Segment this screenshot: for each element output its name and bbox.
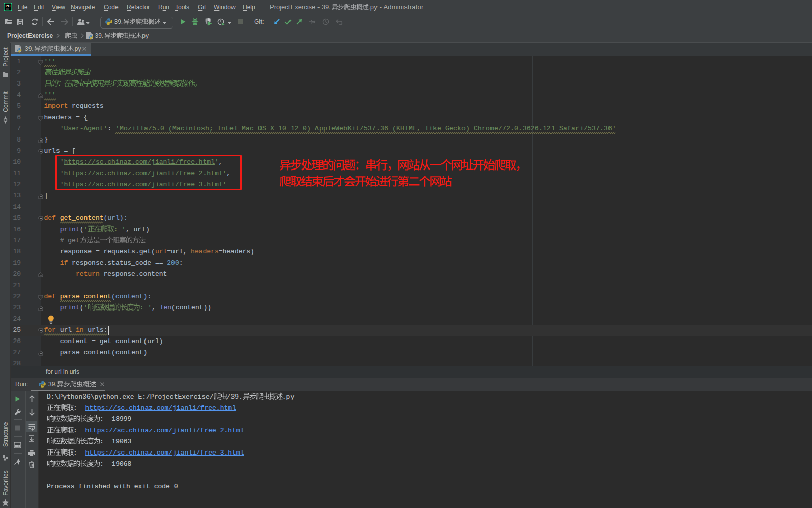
svg-text:PC: PC <box>6 4 11 8</box>
